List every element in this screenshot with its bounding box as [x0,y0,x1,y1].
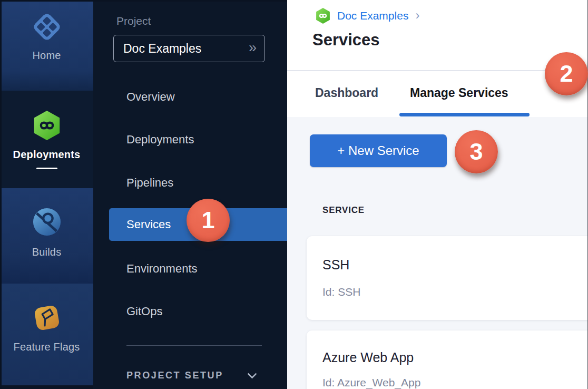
module-rail: Home Deployments [0,0,93,389]
page-title: Services [312,31,380,50]
sidebar-item-gitops[interactable]: GitOps [126,305,162,318]
manage-services-panel: + New Service SERVICE SSH Id: SSH Azure … [287,117,588,389]
breadcrumb-project-link[interactable]: Doc Examples [337,9,408,22]
project-selector[interactable]: Doc Examples » [113,35,265,62]
chevron-down-icon [247,369,257,378]
project-setup-toggle[interactable]: PROJECT SETUP [126,370,256,381]
deployments-icon [31,110,63,141]
page-header: Doc Examples › Services [287,0,588,71]
screenshot-left-edge [0,0,2,389]
service-name: Azure Web App [322,350,414,365]
home-icon [32,12,62,42]
main-area: Doc Examples › Services Dashboard Manage… [287,0,588,389]
service-row-ssh[interactable]: SSH Id: SSH [307,236,588,320]
service-id: Id: SSH [322,286,360,298]
rail-label-feature-flags: Feature Flags [14,341,80,353]
tab-manage-services[interactable]: Manage Services [410,86,508,100]
screenshot-top-edge [0,0,287,2]
rail-label-home: Home [32,50,61,62]
chevron-right-icon: › [415,8,419,24]
project-selector-value: Doc Examples [123,42,201,56]
active-module-underline [36,168,57,169]
annotation-badge-1: 1 [187,199,230,242]
service-name: SSH [322,257,349,273]
app-window: Home Deployments [0,0,588,389]
annotation-badge-3: 3 [455,130,498,173]
rail-item-feature-flags[interactable]: Feature Flags [0,284,93,385]
sidebar-item-services-label: Services [126,208,171,241]
builds-icon [32,207,62,237]
project-section-label: Project [116,15,151,27]
service-column-header: SERVICE [322,205,365,216]
project-setup-label: PROJECT SETUP [126,370,223,381]
feature-flags-icon [32,303,62,333]
rail-item-builds[interactable]: Builds [0,188,93,284]
sidebar-divider [126,345,262,346]
annotation-badge-2: 2 [545,52,588,95]
rail-item-deployments[interactable]: Deployments [0,91,93,188]
service-id: Id: Azure_Web_App [322,376,420,389]
project-hexagon-icon [315,7,331,24]
active-tab-underline [399,113,530,116]
new-service-button[interactable]: + New Service [310,134,447,167]
rail-item-home[interactable]: Home [0,0,93,91]
rail-label-builds: Builds [32,246,62,258]
sidebar-item-environments[interactable]: Environments [126,262,198,276]
rail-bottom-strip [0,385,93,389]
double-chevron-right-icon[interactable]: » [249,41,255,57]
project-sidebar: Project Doc Examples » Overview Deployme… [93,0,287,389]
breadcrumb[interactable]: Doc Examples › [315,7,419,24]
sidebar-item-pipelines[interactable]: Pipelines [126,176,173,190]
sidebar-item-overview[interactable]: Overview [126,90,175,104]
service-row-azure-web-app[interactable]: Azure Web App Id: Azure_Web_App [307,330,588,389]
tab-bar: Dashboard Manage Services [287,71,588,117]
sidebar-item-deployments[interactable]: Deployments [126,133,194,147]
tab-dashboard[interactable]: Dashboard [315,86,378,100]
rail-label-deployments: Deployments [13,149,81,161]
